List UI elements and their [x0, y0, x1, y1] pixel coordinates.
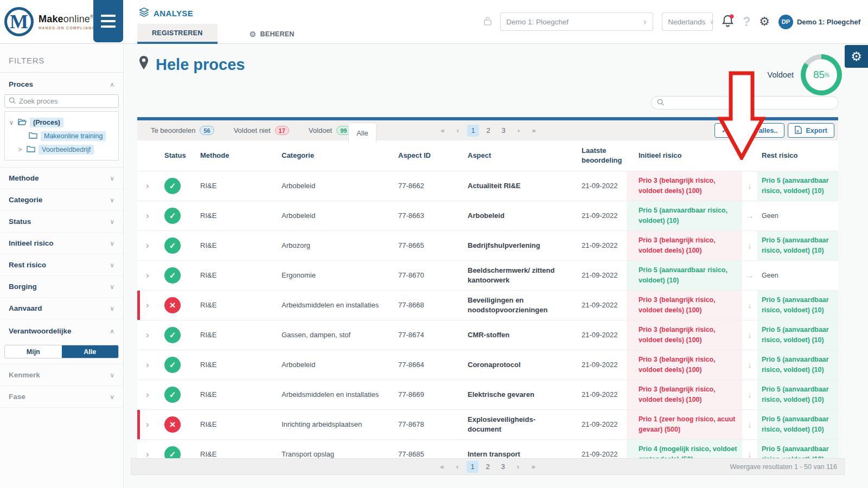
proces-search-input[interactable]: [19, 97, 114, 105]
rest-risico-cell: Prio 5 (aanvaardbaar risico, voldoet) (1…: [757, 231, 838, 260]
categorie-cell: Arbeidsmiddelen en installaties: [270, 390, 386, 400]
page-next[interactable]: ›: [512, 461, 524, 473]
aspect-cell: Elektrische gevaren: [456, 390, 570, 400]
export-button[interactable]: x Export: [788, 123, 834, 138]
table-row: ›✓RI&EGassen, dampen, stof77-8674CMR-sto…: [137, 320, 838, 350]
column-header-initieel-risico[interactable]: Initieel risico: [627, 151, 742, 160]
methode-cell: RI&E: [188, 450, 270, 458]
page-2[interactable]: 2: [482, 125, 494, 137]
tab-registreren-label: REGISTREREN: [152, 29, 203, 37]
page-3[interactable]: 3: [497, 461, 509, 473]
categorie-cell: Ergonomie: [270, 271, 386, 280]
sidebar-section-rest-risico[interactable]: Rest risico∨: [0, 254, 123, 276]
aspect-cell: Intern transport: [456, 450, 570, 458]
methode-cell: RI&E: [188, 181, 270, 191]
tab-beheren[interactable]: ⚙ BEHEREN: [235, 24, 309, 44]
chevron-down-icon: ∨: [710, 18, 714, 25]
page-last[interactable]: »: [528, 125, 540, 137]
table-row: ›✓RI&ETransport opslag77-8685Intern tran…: [137, 439, 838, 458]
page-last[interactable]: »: [527, 461, 539, 473]
chevron-right-icon[interactable]: >: [17, 146, 23, 153]
page-2[interactable]: 2: [482, 461, 494, 473]
sidebar-section-proces[interactable]: Proces ∧: [0, 73, 123, 94]
trend-right-icon: →: [742, 270, 757, 281]
sidebar-section-methode[interactable]: Methode∨: [0, 168, 123, 189]
status-cell: ✓: [158, 237, 188, 254]
language-select[interactable]: Nederlands ∨: [662, 12, 713, 31]
page-prev[interactable]: ‹: [452, 125, 464, 137]
mark-all-label: Markeer alles..: [731, 127, 777, 134]
row-expander[interactable]: ›: [137, 240, 158, 252]
categorie-cell: Inrichting arbeidsplaatsen: [270, 420, 386, 429]
sidebar-section-verantwoordelijke[interactable]: Verantwoordelijke ∧: [0, 319, 123, 341]
count-badge: 17: [275, 126, 289, 135]
column-header-categorie[interactable]: Categorie: [270, 151, 386, 160]
settings-gear-icon[interactable]: ⚙: [759, 16, 770, 28]
lock-icon: [484, 16, 492, 28]
sidebar-section-aanvaard[interactable]: Aanvaard∨: [0, 298, 123, 319]
filter-tab-te-beoordelen[interactable]: Te beoordelen56: [151, 126, 214, 135]
column-header-rest-risico[interactable]: Rest risico: [757, 151, 838, 160]
filters-sidebar: FILTERS Proces ∧ ∨(Proces)Makeonline tra…: [0, 44, 124, 488]
initieel-risico-cell: Prio 3 (belangrijk risico, voldoet deels…: [627, 291, 742, 320]
page-1[interactable]: 1: [467, 461, 478, 473]
hamburger-menu-button[interactable]: [93, 0, 123, 42]
row-expander[interactable]: ›: [137, 329, 158, 342]
chevron-down-icon[interactable]: ∨: [8, 119, 15, 126]
tab-beheren-label: BEHEREN: [260, 30, 294, 38]
page-first[interactable]: «: [437, 125, 449, 137]
tab-registreren[interactable]: REGISTREREN: [137, 24, 218, 44]
sidebar-section-categorie[interactable]: Categorie∨: [0, 189, 123, 211]
user-menu[interactable]: DP Demo 1: Ploegchef: [778, 15, 860, 29]
column-header-methode[interactable]: Methode: [188, 151, 270, 160]
trend-down-icon: ↓: [742, 389, 757, 400]
column-header-aspect-id[interactable]: Aspect ID: [386, 151, 456, 160]
folder-icon: [27, 145, 35, 154]
sidebar-section-label: Rest risico: [9, 261, 46, 269]
tree-item-voorbeeldbedrijf[interactable]: >Voorbeeldbedrijf: [8, 143, 115, 156]
page-next[interactable]: ›: [513, 125, 525, 137]
sidebar-section-borging[interactable]: Borging∨: [0, 276, 123, 298]
filter-tab-voldoet-niet[interactable]: Voldoet niet17: [234, 126, 289, 135]
user-name: Demo 1: Ploegchef: [797, 18, 860, 26]
page-settings-gear-button[interactable]: ⚙: [845, 45, 868, 68]
help-icon[interactable]: ?: [743, 16, 750, 28]
column-header-status[interactable]: Status: [158, 151, 188, 160]
sidebar-section-kenmerk[interactable]: Kenmerk∨: [0, 364, 123, 386]
tree-item-makeonline-training[interactable]: Makeonline training: [8, 129, 115, 143]
chevron-down-icon: ∨: [110, 393, 114, 401]
toggle-option-mijn[interactable]: Mijn: [5, 345, 62, 358]
context-select[interactable]: Demo 1: Ploegchef ∨: [500, 12, 653, 31]
table-search-input[interactable]: [668, 99, 833, 107]
toggle-option-alle[interactable]: Alle: [62, 345, 119, 358]
row-expander[interactable]: ›: [137, 269, 158, 282]
page-first[interactable]: «: [436, 461, 448, 473]
row-expander[interactable]: ›: [137, 299, 158, 312]
row-expander[interactable]: ›: [137, 210, 158, 222]
row-expander[interactable]: ›: [137, 448, 158, 458]
filter-tab-voldoet[interactable]: Voldoet99: [309, 126, 351, 135]
tree-item-proces[interactable]: ∨(Proces): [8, 115, 115, 129]
row-expander[interactable]: ›: [137, 359, 158, 371]
header-right-controls: Demo 1: Ploegchef ∨ Nederlands ∨ ? ⚙ DP …: [484, 0, 860, 43]
page-prev[interactable]: ‹: [451, 461, 463, 473]
sidebar-section-status[interactable]: Status∨: [0, 211, 123, 233]
sidebar-section-initieel-risico[interactable]: Initieel risico∨: [0, 233, 123, 254]
table-row: ›×RI&EArbeidsmiddelen en installaties77-…: [137, 290, 838, 320]
notifications-bell-icon[interactable]: [722, 14, 734, 30]
page-1[interactable]: 1: [467, 125, 479, 137]
row-expander[interactable]: ›: [137, 180, 158, 192]
status-cell: ✓: [158, 357, 188, 373]
column-header-aspect[interactable]: Aspect: [456, 151, 570, 160]
mark-all-button[interactable]: ✓ Markeer alles..: [714, 123, 784, 138]
sidebar-section-fase[interactable]: Fase∨: [0, 386, 123, 408]
aspect-id-cell: 77-8685: [386, 450, 456, 458]
row-expander[interactable]: ›: [137, 419, 158, 431]
tree-item-label: Makeonline training: [41, 131, 106, 141]
trend-down-icon: ↓: [742, 300, 757, 311]
chevron-right-icon: ›: [146, 359, 149, 370]
tab-alle[interactable]: Alle: [348, 123, 376, 143]
column-header-laatste-beoordeling[interactable]: Laatste beoordeling: [570, 146, 627, 165]
row-expander[interactable]: ›: [137, 389, 158, 401]
page-3[interactable]: 3: [497, 125, 509, 137]
